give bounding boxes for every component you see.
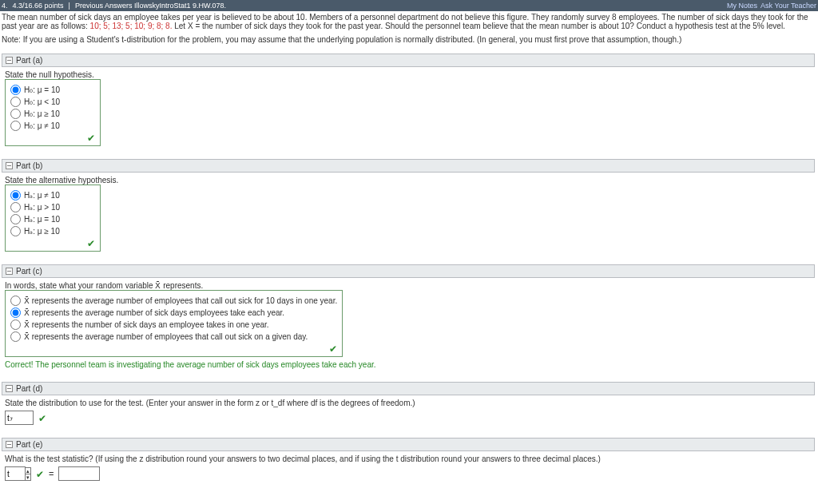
collapse-icon[interactable]: – bbox=[6, 268, 13, 275]
part-a-option-4-label: H₀: μ ≠ 10 bbox=[24, 121, 60, 130]
part-c-prompt: In words, state what your random variabl… bbox=[5, 281, 812, 290]
part-c-answer-box: X̄ represents the average number of empl… bbox=[5, 290, 343, 357]
equals-sign: = bbox=[49, 469, 54, 478]
stepper-up-icon[interactable]: ▴ bbox=[26, 468, 30, 474]
part-b-option-4-radio[interactable] bbox=[10, 226, 21, 236]
collapse-icon[interactable]: – bbox=[6, 162, 13, 169]
check-icon: ✔ bbox=[38, 413, 46, 424]
check-icon: ✔ bbox=[10, 238, 95, 249]
my-notes-link[interactable]: My Notes bbox=[727, 2, 757, 10]
stepper-down-icon[interactable]: ▾ bbox=[26, 474, 30, 480]
part-b-option-1-label: Hₐ: μ ≠ 10 bbox=[24, 191, 60, 200]
part-c-option-1-radio[interactable] bbox=[10, 296, 21, 306]
part-a-option-4-radio[interactable] bbox=[10, 121, 21, 131]
part-d-prompt: State the distribution to use for the te… bbox=[5, 399, 812, 407]
part-d-header[interactable]: – Part (d) bbox=[2, 382, 815, 395]
part-b-option-2-label: Hₐ: μ > 10 bbox=[24, 203, 60, 212]
part-c-option-2-radio[interactable] bbox=[10, 308, 21, 318]
part-e-prompt: What is the test statistic? (If using th… bbox=[5, 454, 812, 463]
part-a-title: Part (a) bbox=[16, 56, 42, 65]
collapse-icon[interactable]: – bbox=[6, 57, 13, 64]
part-d-answer-input[interactable] bbox=[5, 411, 34, 425]
collapse-icon[interactable]: – bbox=[6, 385, 13, 392]
ask-teacher-link[interactable]: Ask Your Teacher bbox=[760, 2, 816, 10]
separator: | bbox=[69, 2, 70, 10]
part-c-title: Part (c) bbox=[16, 267, 42, 276]
part-a-option-1-label: H₀: μ = 10 bbox=[24, 85, 60, 94]
part-c-feedback: Correct! The personnel team is investiga… bbox=[5, 360, 812, 369]
part-a-option-2-radio[interactable] bbox=[10, 97, 21, 107]
question-text: The mean number of sick days an employee… bbox=[2, 13, 815, 30]
question-data-values: 10; 5; 13; 5; 10; 9; 8; 8. bbox=[90, 22, 173, 30]
part-c-option-1-label: X̄ represents the average number of empl… bbox=[24, 296, 337, 305]
part-a-option-3-label: H₀: μ ≥ 10 bbox=[24, 109, 60, 118]
part-a-header[interactable]: – Part (a) bbox=[2, 54, 815, 67]
part-e-header[interactable]: – Part (e) bbox=[2, 438, 815, 451]
top-bar: 4. 4.3/16.66 points | Previous Answers I… bbox=[0, 0, 818, 11]
part-b-option-1-radio[interactable] bbox=[10, 190, 21, 200]
note-text: Note: If you are using a Student's t-dis… bbox=[2, 35, 815, 44]
part-b-option-3-label: Hₐ: μ = 10 bbox=[24, 215, 60, 224]
part-a-option-2-label: H₀: μ < 10 bbox=[24, 97, 60, 106]
question-number: 4. bbox=[2, 2, 8, 10]
part-c-option-3-label: X̄ represents the number of sick days an… bbox=[24, 320, 269, 329]
part-c-option-4-label: X̄ represents the average number of empl… bbox=[24, 332, 308, 341]
question-part2: Let X = the number of sick days they too… bbox=[172, 22, 784, 30]
part-b-answer-box: Hₐ: μ ≠ 10 Hₐ: μ > 10 Hₐ: μ = 10 Hₐ: μ ≥… bbox=[5, 185, 101, 252]
part-e-distribution-input[interactable] bbox=[5, 466, 26, 481]
part-a-prompt: State the null hypothesis. bbox=[5, 70, 812, 79]
part-c-option-2-label: X̄ represents the average number of sick… bbox=[24, 308, 284, 317]
check-icon: ✔ bbox=[36, 469, 44, 480]
part-a-option-3-radio[interactable] bbox=[10, 109, 21, 119]
part-b-option-3-radio[interactable] bbox=[10, 214, 21, 224]
part-a-answer-box: H₀: μ = 10 H₀: μ < 10 H₀: μ ≥ 10 H₀: μ ≠… bbox=[5, 79, 101, 146]
points-label: 4.3/16.66 points bbox=[13, 2, 64, 10]
part-c-header[interactable]: – Part (c) bbox=[2, 264, 815, 278]
part-b-option-4-label: Hₐ: μ ≥ 10 bbox=[24, 227, 60, 236]
part-b-header[interactable]: – Part (b) bbox=[2, 159, 815, 173]
check-icon: ✔ bbox=[10, 133, 95, 144]
part-d-title: Part (d) bbox=[16, 384, 42, 393]
part-e-title: Part (e) bbox=[16, 440, 42, 449]
part-c-option-4-radio[interactable] bbox=[10, 331, 21, 342]
collapse-icon[interactable]: – bbox=[6, 441, 13, 448]
check-icon: ✔ bbox=[10, 343, 337, 355]
part-b-title: Part (b) bbox=[16, 161, 42, 170]
part-b-prompt: State the alternative hypothesis. bbox=[5, 176, 812, 185]
part-a-option-1-radio[interactable] bbox=[10, 85, 21, 95]
previous-answers-label: Previous Answers IllowskyIntroStat1 9.HW… bbox=[75, 2, 226, 10]
part-e-value-input[interactable] bbox=[58, 466, 100, 481]
part-b-option-2-radio[interactable] bbox=[10, 202, 21, 212]
part-c-option-3-radio[interactable] bbox=[10, 319, 21, 330]
